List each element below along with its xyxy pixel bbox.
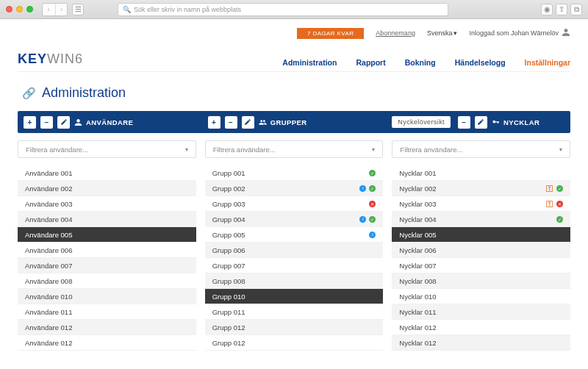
nav-installningar[interactable]: Inställningar [525, 58, 570, 67]
row-label: Nycklar 007 [399, 262, 436, 270]
key-row[interactable]: Nycklar 012 [392, 335, 570, 351]
nav-bokning[interactable]: Bokning [405, 58, 436, 67]
key-row[interactable]: Nycklar 003⚿✕ [392, 196, 570, 212]
nav-rapport[interactable]: Rapport [356, 58, 385, 67]
remove-user-button[interactable]: − [40, 116, 53, 129]
key-row[interactable]: Nycklar 004✓ [392, 212, 570, 227]
nav-administration[interactable]: Administration [282, 58, 337, 67]
col-users: Filtrera användare... ▾ Användare 001Anv… [18, 140, 196, 351]
group-row[interactable]: Grupp 002i✓ [205, 181, 384, 196]
key-row[interactable]: Nycklar 002⚿✓ [392, 181, 570, 196]
row-label: Nycklar 012 [399, 339, 436, 347]
user-row[interactable]: Användare 011 [18, 304, 196, 320]
edit-key-button[interactable] [475, 116, 487, 129]
user-row[interactable]: Användare 003 [18, 196, 196, 212]
filter-users[interactable]: Filtrera användare... ▾ [18, 140, 196, 158]
status-error-icon: ✕ [369, 201, 376, 207]
filter-keys[interactable]: Filtrera användare... ▾ [392, 140, 570, 158]
chevron-down-icon: ▾ [453, 29, 457, 37]
language-selector[interactable]: Svenska ▾ [427, 29, 458, 37]
nav-handelselogg[interactable]: Händelselogg [455, 58, 506, 67]
col-keys-title: NYCKLAR [503, 118, 539, 126]
status-error-icon: ✕ [556, 201, 563, 207]
user-row[interactable]: Användare 010 [18, 289, 196, 304]
status-ok-icon: ✓ [556, 216, 563, 223]
url-bar[interactable]: 🔍 Sök eller skriv in namn på webbplats [118, 3, 448, 16]
row-label: Användare 003 [25, 200, 72, 208]
group-row[interactable]: Grupp 003✕ [205, 196, 384, 212]
page-title: 🔗 Administration [22, 85, 570, 101]
group-row[interactable]: Grupp 010 [205, 289, 384, 304]
key-icon: ⚿ [546, 184, 553, 193]
chevron-down-icon: ▾ [559, 146, 562, 153]
key-row[interactable]: Nycklar 006 [392, 243, 570, 258]
columns-header: + − ANVÄNDARE + − GRUPPER Nyckelöversikt… [18, 111, 570, 133]
group-row[interactable]: Grupp 006 [205, 243, 384, 258]
logo: KEYWIN6 [18, 51, 83, 67]
subscription-link[interactable]: Abonnemang [376, 29, 415, 37]
forward-button[interactable]: › [55, 4, 67, 15]
group-row[interactable]: Grupp 008 [205, 273, 384, 289]
edit-group-button[interactable] [242, 116, 254, 129]
key-overview-button[interactable]: Nyckelöversikt [392, 116, 451, 128]
row-label: Nycklar 012 [399, 323, 436, 332]
group-row[interactable]: Grupp 012 [205, 335, 384, 351]
key-row[interactable]: Nycklar 005 [392, 227, 570, 243]
nav-arrows: ‹ › [42, 3, 68, 16]
group-row[interactable]: Grupp 011 [205, 304, 384, 320]
key-row[interactable]: Nycklar 008 [392, 273, 570, 289]
remove-group-button[interactable]: − [225, 116, 237, 129]
add-group-button[interactable]: + [208, 116, 220, 129]
col-users-title: ANVÄNDARE [86, 118, 133, 126]
group-row[interactable]: Grupp 005i [205, 227, 384, 243]
user-row[interactable]: Användare 007 [18, 258, 196, 273]
user-row[interactable]: Användare 006 [18, 243, 196, 258]
status-ok-icon: ✓ [556, 185, 563, 192]
group-row[interactable]: Grupp 001✓ [205, 165, 384, 181]
user-row[interactable]: Användare 012 [18, 320, 196, 335]
col-head-keys: Nyckelöversikt − NYCKLAR [386, 116, 570, 129]
maximize-window-icon[interactable] [26, 6, 33, 12]
row-icons: ⚿✓ [546, 184, 563, 193]
close-window-icon[interactable] [6, 6, 12, 12]
add-user-button[interactable]: + [24, 116, 36, 129]
key-row[interactable]: Nycklar 010 [392, 289, 570, 304]
row-label: Grupp 006 [212, 246, 245, 254]
key-row[interactable]: Nycklar 012 [392, 320, 570, 335]
minimize-window-icon[interactable] [16, 6, 23, 12]
edit-user-button[interactable] [57, 116, 70, 129]
status-info-icon: i [359, 216, 366, 223]
user-icon [562, 28, 570, 38]
user-row[interactable]: Användare 005 [18, 227, 196, 243]
row-label: Nycklar 001 [399, 169, 436, 177]
tabs-icon[interactable]: ⧉ [570, 4, 582, 15]
status-ok-icon: ✓ [369, 216, 376, 223]
row-label: Användare 011 [25, 308, 72, 316]
filter-groups[interactable]: Filtrera användare... ▾ [205, 140, 384, 158]
remove-key-button[interactable]: − [458, 116, 470, 129]
list-keys: Nycklar 001Nycklar 002⚿✓Nycklar 003⚿✕Nyc… [392, 165, 570, 351]
user-row[interactable]: Användare 001 [18, 165, 196, 181]
user-row[interactable]: Användare 002 [18, 181, 196, 196]
group-row[interactable]: Grupp 004i✓ [205, 212, 384, 227]
back-button[interactable]: ‹ [43, 4, 54, 15]
window-controls [6, 6, 33, 12]
row-label: Användare 007 [25, 262, 72, 270]
row-label: Grupp 002 [212, 184, 245, 193]
user-row[interactable]: Användare 012 [18, 335, 196, 351]
group-row[interactable]: Grupp 007 [205, 258, 384, 273]
group-row[interactable]: Grupp 012 [205, 320, 384, 335]
key-row[interactable]: Nycklar 007 [392, 258, 570, 273]
browser-right-controls: ◉ ⇪ ⧉ [541, 4, 582, 15]
share-icon[interactable]: ⇪ [556, 4, 567, 15]
key-row[interactable]: Nycklar 001 [392, 165, 570, 181]
row-label: Nycklar 002 [399, 184, 436, 193]
user-row[interactable]: Användare 004 [18, 212, 196, 227]
sidebar-toggle-icon[interactable]: ☰ [72, 4, 84, 15]
row-label: Nycklar 005 [399, 231, 436, 239]
shield-icon[interactable]: ◉ [541, 4, 553, 15]
key-row[interactable]: Nycklar 011 [392, 304, 570, 320]
row-label: Grupp 010 [212, 293, 245, 301]
user-row[interactable]: Användare 008 [18, 273, 196, 289]
logged-in-user[interactable]: Inloggad som Johan Wärnelöv [469, 28, 570, 38]
